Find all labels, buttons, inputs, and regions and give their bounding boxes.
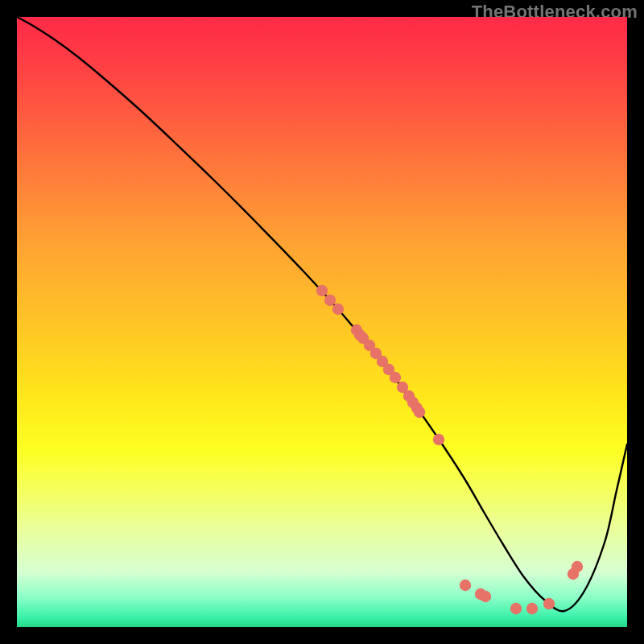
data-point <box>543 598 555 609</box>
data-point <box>324 295 336 306</box>
data-point <box>433 434 444 445</box>
bottleneck-curve <box>17 17 627 611</box>
data-point <box>480 591 491 602</box>
data-point <box>510 603 522 614</box>
data-point <box>526 603 538 614</box>
data-point <box>332 303 344 315</box>
data-point <box>316 285 328 296</box>
data-point <box>414 407 425 418</box>
data-point <box>460 580 471 591</box>
curve-svg <box>17 17 627 627</box>
chart-container: TheBottleneck.com <box>0 0 644 644</box>
plot-area <box>17 17 627 627</box>
data-point <box>572 561 583 572</box>
data-point <box>390 372 401 383</box>
data-points <box>316 285 583 614</box>
